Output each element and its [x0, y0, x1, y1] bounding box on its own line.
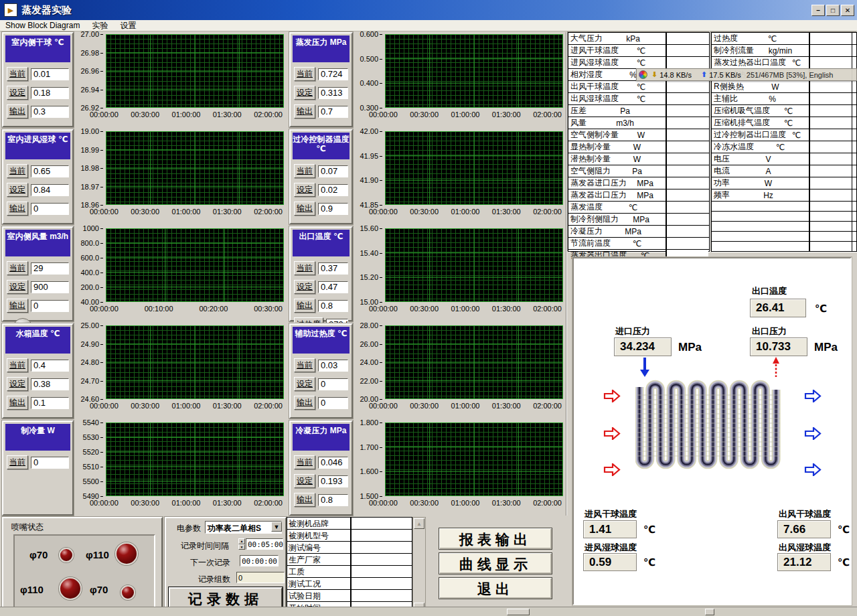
field-value-input[interactable]: 0 [31, 300, 69, 312]
field-label-button[interactable]: 当前 [7, 261, 28, 275]
field-label-button[interactable]: 当前 [294, 455, 315, 469]
field-label-button[interactable]: 输出 [294, 104, 315, 119]
field-value-input[interactable]: 0.193 [318, 475, 348, 487]
field-value-input[interactable]: 0.3 [31, 106, 69, 118]
field-value-input[interactable]: 0 [31, 203, 69, 215]
field-label-button[interactable]: 设定 [294, 183, 315, 197]
scroll-up-icon[interactable]: ▲ [414, 518, 424, 529]
maximize-button[interactable]: □ [826, 5, 840, 16]
field-value-input[interactable]: 900 [31, 281, 69, 293]
minimize-button[interactable]: – [811, 5, 825, 16]
unit-info-value[interactable] [352, 530, 412, 541]
field-label-button[interactable]: 当前 [7, 67, 28, 81]
scrollbar-thumb[interactable] [507, 609, 530, 615]
field-value-input[interactable]: 0.8 [318, 494, 348, 506]
chart-plot[interactable] [385, 325, 563, 399]
field-label-button[interactable]: 设定 [294, 86, 315, 100]
chart-plot[interactable] [385, 228, 563, 302]
field-label-button[interactable]: 设定 [294, 377, 315, 391]
field-value-input[interactable]: 0.07 [318, 165, 348, 177]
field-label-button[interactable]: 当前 [294, 261, 315, 275]
unit-info-value[interactable] [352, 590, 412, 601]
field-value-input[interactable]: 0 [318, 378, 348, 390]
scrollbar-box[interactable] [705, 609, 714, 615]
field-label-button[interactable]: 当前 [294, 358, 315, 372]
unit-info-value[interactable] [352, 566, 412, 577]
menu-show-block-diagram[interactable]: Show Block Diagram [5, 21, 80, 30]
field-label-button[interactable]: 输出 [7, 202, 28, 216]
field-label-button[interactable]: 当前 [294, 164, 315, 178]
field-value-input[interactable]: 0 [31, 457, 69, 469]
menu-settings[interactable]: 设置 [120, 20, 136, 31]
nozzle-led-indicator[interactable] [115, 542, 138, 565]
unit-table-scrollbar[interactable]: ▲ ▼ [412, 517, 426, 615]
chart-plot[interactable] [106, 422, 284, 496]
field-label-button[interactable]: 输出 [294, 493, 315, 507]
unit-info-value[interactable] [352, 542, 412, 553]
menu-experiment[interactable]: 实验 [92, 20, 108, 31]
power-meter-dropdown[interactable]: 功率表二单相S [205, 521, 282, 534]
chart-row-band: 室内进风湿球 ℃当前0.65设定0.84输出019.0018.9918.9818… [0, 129, 568, 224]
chart-plot[interactable] [385, 34, 563, 108]
field-value-input[interactable]: 0.65 [31, 165, 69, 177]
field-label-button[interactable]: 当前 [294, 67, 315, 81]
field-label-button[interactable]: 输出 [294, 202, 315, 216]
field-value-input[interactable]: 0.38 [31, 378, 69, 390]
field-label-button[interactable]: 设定 [7, 86, 28, 100]
next-record-field[interactable]: 00:00:00 [240, 555, 279, 566]
interval-spinner[interactable]: ▲▼ [238, 538, 245, 550]
field-label-button[interactable]: 设定 [294, 474, 315, 488]
field-value-input[interactable]: 0.9 [318, 203, 348, 215]
field-label-button[interactable]: 输出 [294, 299, 315, 313]
field-label-button[interactable]: 当前 [7, 455, 28, 469]
field-label-button[interactable]: 设定 [7, 183, 28, 197]
field-value-input[interactable]: 0.724 [318, 68, 348, 80]
field-value-input[interactable]: 0.7 [318, 106, 348, 118]
unit-info-value[interactable] [352, 554, 412, 565]
field-label-button[interactable]: 设定 [294, 280, 315, 294]
chart-plot[interactable] [106, 34, 284, 108]
record-interval-field[interactable]: 00:05:00 [246, 538, 283, 550]
field-value-input[interactable]: 29 [31, 262, 69, 275]
spin-down-icon[interactable]: ▼ [238, 544, 245, 550]
curve-display-button[interactable]: 曲线显示 [439, 552, 552, 574]
chart-plot[interactable] [106, 228, 284, 302]
field-value-input[interactable]: 0.84 [31, 184, 69, 196]
field-label-button[interactable]: 输出 [294, 396, 315, 410]
field-label-button[interactable]: 当前 [7, 358, 28, 372]
report-output-button[interactable]: 报表输出 [439, 528, 552, 550]
chart-plot[interactable] [385, 131, 563, 205]
field-label-button[interactable]: 输出 [7, 299, 28, 313]
record-count-field[interactable]: 0 [236, 572, 285, 583]
field-value-input[interactable]: 0.47 [318, 281, 348, 293]
field-value-input[interactable]: 0.03 [318, 360, 348, 372]
dropdown-arrow-icon[interactable]: ▼ [271, 522, 282, 532]
field-label-button[interactable]: 设定 [7, 280, 28, 294]
field-label-button[interactable]: 设定 [7, 377, 28, 391]
chart-plot[interactable] [106, 131, 284, 205]
field-label-button[interactable]: 当前 [7, 164, 28, 178]
field-value-input[interactable]: 0.1 [31, 397, 69, 409]
close-button[interactable]: ✕ [841, 5, 854, 16]
nozzle-led-indicator[interactable] [59, 577, 82, 600]
field-value-input[interactable]: 0.4 [31, 360, 69, 372]
field-value-input[interactable]: 0.37 [318, 262, 348, 275]
field-value-input[interactable]: 0.313 [318, 87, 348, 99]
chart-plot[interactable] [106, 325, 284, 399]
field-value-input[interactable]: 0.046 [318, 457, 348, 469]
unit-info-value[interactable] [352, 578, 412, 589]
field-value-input[interactable]: 0.18 [31, 87, 69, 99]
unit-info-value[interactable] [352, 518, 412, 529]
field-value-input[interactable]: 0.01 [31, 68, 69, 80]
field-value-input[interactable]: 0.02 [318, 184, 348, 196]
nozzle-led-indicator[interactable] [121, 585, 135, 600]
exit-button[interactable]: 退出 [439, 577, 552, 599]
spin-up-icon[interactable]: ▲ [238, 538, 245, 544]
chart-plot[interactable] [385, 422, 563, 496]
nozzle-led-indicator[interactable] [59, 548, 74, 562]
field-value-input[interactable]: 0.8 [318, 300, 348, 312]
field-label-button[interactable]: 输出 [7, 104, 28, 119]
field-value-input[interactable]: 0 [318, 397, 348, 409]
field-label-button[interactable]: 输出 [7, 396, 28, 410]
pinwheel-icon[interactable] [639, 70, 647, 79]
